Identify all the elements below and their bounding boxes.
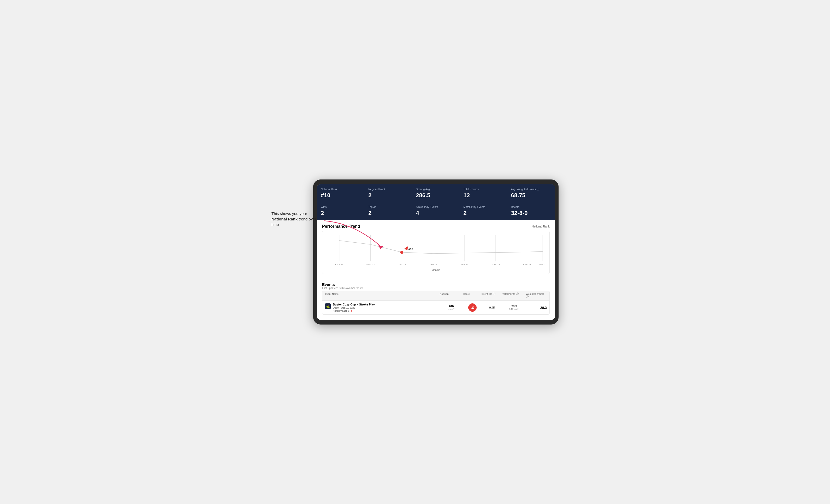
stat-national-rank-value: #10 xyxy=(321,192,361,199)
stat-stroke-play-label: Stroke Play Events xyxy=(416,205,456,209)
stat-national-rank-label: National Rank xyxy=(321,188,361,191)
svg-point-9 xyxy=(401,251,404,254)
event-rank-impact: Rank Impact: 3 ▼ xyxy=(333,309,375,312)
rank-down-icon: ▼ xyxy=(350,310,353,312)
stat-top3s: Top 3s 2 xyxy=(364,202,412,220)
stat-wins-value: 2 xyxy=(321,210,361,216)
svg-text:FEB 24: FEB 24 xyxy=(461,263,468,266)
svg-marker-10 xyxy=(404,246,408,250)
events-last-updated: Last updated: 24th November 2023 xyxy=(322,287,550,290)
stat-stroke-play: Stroke Play Events 4 xyxy=(412,202,459,220)
stat-top3s-value: 2 xyxy=(368,210,408,216)
svg-text:NOV 23: NOV 23 xyxy=(366,263,375,266)
rank-impact-text: Rank Impact: 3 xyxy=(333,309,350,312)
stat-avg-weighted-value: 68.75 xyxy=(511,192,551,199)
stat-scoring-avg-label: Scoring Avg. xyxy=(416,188,456,191)
event-date: Oct 9 - Oct 10, 2023 xyxy=(333,306,375,309)
col-header-event-sg: Event SG ⓘ xyxy=(482,293,503,299)
stat-record-label: Record xyxy=(511,205,551,209)
stat-total-rounds-label: Total Rounds xyxy=(464,188,504,191)
event-weighted-points-value: 28.3 xyxy=(526,306,547,310)
stats-row1: National Rank #10 Regional Rank 2 Scorin… xyxy=(317,184,555,202)
page-wrapper: This shows you your National Rank trend … xyxy=(272,179,558,325)
table-row[interactable]: ⛳ Buster Cozy Cup – Stroke Play Oct 9 - … xyxy=(322,301,549,314)
col-header-weighted-points: Weighted Points ⓘ xyxy=(526,293,547,299)
svg-text:APR 24: APR 24 xyxy=(523,263,531,266)
stat-wins-label: Wins xyxy=(321,205,361,209)
stat-match-play: Match Play Events 2 xyxy=(460,202,507,220)
performance-trend-header: Performance Trend National Rank xyxy=(322,220,550,231)
annotation-bold: National Rank xyxy=(272,217,297,221)
event-position: 6th xyxy=(440,304,463,308)
event-score-badge: -22 xyxy=(468,303,477,312)
stat-match-play-label: Match Play Events xyxy=(464,205,504,209)
event-position-sub: out of 7 xyxy=(440,308,463,311)
col-header-position: Position xyxy=(440,293,463,299)
tablet-screen: National Rank #10 Regional Rank 2 Scorin… xyxy=(317,184,555,320)
svg-text:OCT 23: OCT 23 xyxy=(335,263,343,266)
stat-avg-weighted-label: Avg. Weighted Points ⓘ xyxy=(511,188,551,191)
col-header-score: Score xyxy=(463,293,482,299)
event-icon: ⛳ xyxy=(325,303,331,309)
event-sg-value: 0.45 xyxy=(482,306,503,309)
col-header-event-name: Event Name xyxy=(325,293,440,299)
stat-regional-rank-label: Regional Rank xyxy=(368,188,408,191)
stat-record: Record 32-8-0 xyxy=(507,202,555,220)
events-table-header: Event Name Position Score Event SG ⓘ Tot… xyxy=(322,291,549,301)
event-name-cell: ⛳ Buster Cozy Cup – Stroke Play Oct 9 - … xyxy=(325,303,440,312)
svg-text:#10: #10 xyxy=(409,247,413,251)
stat-regional-rank-value: 2 xyxy=(368,192,408,199)
svg-text:JAN 24: JAN 24 xyxy=(429,263,437,266)
stat-national-rank: National Rank #10 xyxy=(317,184,364,202)
tablet-frame: National Rank #10 Regional Rank 2 Scorin… xyxy=(313,179,558,325)
stat-regional-rank: Regional Rank 2 xyxy=(364,184,412,202)
events-title: Events xyxy=(322,282,550,287)
content-area: Performance Trend National Rank xyxy=(317,220,555,320)
annotation-text: This shows you your National Rank trend … xyxy=(272,211,324,227)
svg-text:DEC 23: DEC 23 xyxy=(398,263,406,266)
event-total-points-cell: 28.3 3 Rounds xyxy=(503,305,526,310)
stats-row2: Wins 2 Top 3s 2 Stroke Play Events 4 Mat… xyxy=(317,202,555,220)
event-weighted-points-cell: 28.3 xyxy=(526,306,547,310)
chart-svg: #10 OCT 23 NOV 23 DEC 23 JAN 24 FEB 24 M… xyxy=(326,235,545,267)
events-table: Event Name Position Score Event SG ⓘ Tot… xyxy=(322,291,550,314)
stat-match-play-value: 2 xyxy=(464,210,504,216)
event-position-cell: 6th out of 7 xyxy=(440,304,463,311)
event-name: Buster Cozy Cup – Stroke Play xyxy=(333,303,375,306)
chart-x-axis-label: Months xyxy=(326,269,545,272)
event-sg-cell: 0.45 xyxy=(482,306,503,309)
annotation-part1: This shows you your xyxy=(272,211,307,216)
stat-total-rounds: Total Rounds 12 xyxy=(460,184,507,202)
svg-text:MAY 24: MAY 24 xyxy=(539,263,545,266)
stat-record-value: 32-8-0 xyxy=(511,210,551,216)
svg-text:MAR 24: MAR 24 xyxy=(491,263,500,266)
event-total-rounds: 3 Rounds xyxy=(503,308,526,310)
col-header-total-points: Total Points ⓘ xyxy=(503,293,526,299)
stat-stroke-play-value: 4 xyxy=(416,210,456,216)
stat-scoring-avg: Scoring Avg. 286.5 xyxy=(412,184,459,202)
performance-trend-title: Performance Trend xyxy=(322,224,360,229)
performance-trend-label: National Rank xyxy=(532,225,550,228)
performance-trend-chart: #10 OCT 23 NOV 23 DEC 23 JAN 24 FEB 24 M… xyxy=(322,231,550,274)
event-score-cell: -22 xyxy=(463,303,482,312)
stat-total-rounds-value: 12 xyxy=(464,192,504,199)
stat-scoring-avg-value: 286.5 xyxy=(416,192,456,199)
event-details: Buster Cozy Cup – Stroke Play Oct 9 - Oc… xyxy=(333,303,375,312)
stat-avg-weighted: Avg. Weighted Points ⓘ 68.75 xyxy=(507,184,555,202)
stat-top3s-label: Top 3s xyxy=(368,205,408,209)
stat-wins: Wins 2 xyxy=(317,202,364,220)
event-total-points-value: 28.3 xyxy=(503,305,526,308)
events-header: Events Last updated: 24th November 2023 xyxy=(322,279,550,291)
